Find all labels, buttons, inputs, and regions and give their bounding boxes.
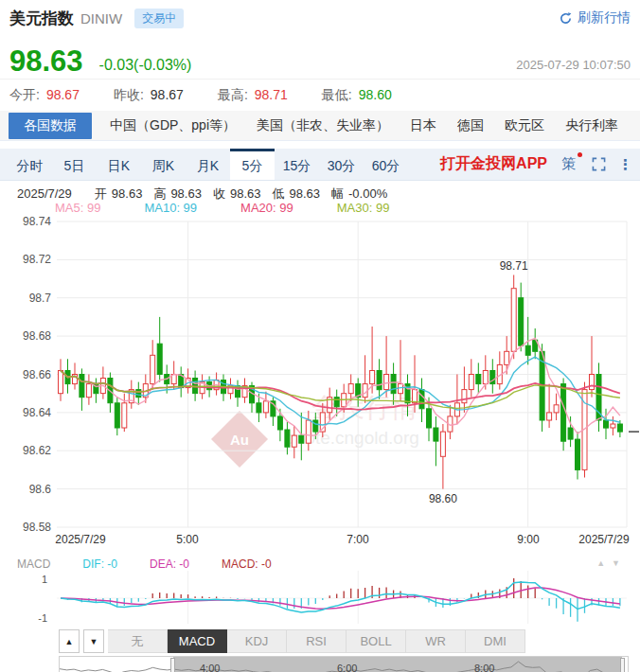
- country-nav-item[interactable]: 欧元区: [505, 117, 544, 134]
- collapse-down-icon[interactable]: ▼: [612, 558, 627, 568]
- country-nav-item[interactable]: 央行利率: [565, 117, 618, 134]
- period-tab[interactable]: 周K: [141, 149, 186, 180]
- ohlc-value: 98.63: [112, 186, 143, 201]
- svg-text:5:00: 5:00: [176, 533, 199, 546]
- indicator-down-button[interactable]: ▼: [83, 629, 104, 653]
- notification-dot: [578, 152, 582, 157]
- macd-grid: [57, 571, 627, 624]
- ohlc-value: -0.00%: [348, 186, 387, 201]
- ma-legend-item: MA20: 99: [240, 201, 293, 215]
- ohlc-info-row: 2025/7/29开98.63高98.63收98.63低98.63幅-0.00%: [0, 181, 640, 201]
- navigator-right-handle[interactable]: [620, 658, 625, 672]
- strategy-button[interactable]: 策: [561, 155, 576, 173]
- refresh-label: 刷新行情: [578, 9, 631, 27]
- ohlc-label: 低: [272, 186, 284, 201]
- trading-status-badge: 交易中: [134, 9, 184, 28]
- fullscreen-button[interactable]: [592, 157, 606, 171]
- country-nav-item[interactable]: 各国数据: [9, 113, 92, 139]
- ma-legend-item: MA30: 99: [337, 201, 390, 215]
- indicator-tab[interactable]: DMI: [466, 629, 525, 653]
- svg-text:Au: Au: [230, 432, 249, 448]
- svg-text:98.64: 98.64: [23, 406, 51, 419]
- svg-text:98.6: 98.6: [29, 483, 52, 496]
- y-axis-labels: 98.7498.7298.798.6898.6698.6498.6298.698…: [23, 216, 51, 534]
- indicator-tab[interactable]: KDJ: [227, 629, 287, 653]
- open-app-link[interactable]: 打开金投网APP: [440, 154, 547, 174]
- indicator-tab-bar: ▲ ▼ 无MACDKDJRSIBOLLWRDMI: [0, 629, 640, 653]
- macd-panel-name: MACD: [17, 557, 50, 571]
- candles: [59, 275, 623, 489]
- stat-value: 98.60: [359, 87, 392, 102]
- navigator-selection[interactable]: [173, 657, 622, 672]
- indicator-tab[interactable]: RSI: [287, 629, 347, 653]
- market-header: 美元指数 DINIW 交易中 刷新行情 98.63 -0.03(-0.03%) …: [0, 0, 640, 79]
- high-annotation: 98.71: [500, 259, 528, 273]
- ohlc-label: 幅: [331, 186, 344, 201]
- ma-legend-item: MA10: 99: [144, 201, 197, 215]
- macd-y-tick-neg: -1: [38, 612, 47, 624]
- stat-item: 昨收:98.67: [114, 87, 184, 104]
- svg-text:2025/7/29: 2025/7/29: [55, 533, 106, 546]
- svg-text:9:00: 9:00: [517, 533, 540, 546]
- stat-value: 98.67: [46, 87, 80, 102]
- period-tab[interactable]: 60分: [364, 149, 408, 180]
- navigator-time-label: 6:00: [337, 663, 357, 672]
- price-chart-svg[interactable]: Au 金投行情 quote.cngold.org98.7498.7298.798…: [0, 216, 640, 553]
- indicator-tab[interactable]: BOLL: [347, 629, 406, 653]
- more-menu-button[interactable]: ⋮: [618, 156, 632, 173]
- svg-text:98.74: 98.74: [23, 216, 51, 228]
- period-tab[interactable]: 月K: [186, 149, 230, 180]
- macd-legend-item: DIF: -0: [82, 557, 117, 571]
- ohlc-value: 98.63: [170, 186, 202, 201]
- period-tab[interactable]: 分时: [8, 149, 52, 180]
- period-tab[interactable]: 5分: [230, 149, 275, 180]
- stat-value: 98.67: [151, 87, 184, 102]
- indicator-tab[interactable]: MACD: [168, 629, 227, 653]
- low-annotation: 98.60: [429, 492, 457, 505]
- navigator-time-label: 4:00: [200, 663, 220, 672]
- stat-label: 昨收:: [114, 87, 144, 102]
- period-tab[interactable]: 15分: [275, 149, 319, 180]
- ohlc-label: 收: [213, 186, 225, 201]
- period-tab[interactable]: 30分: [319, 149, 364, 180]
- svg-text:98.7: 98.7: [29, 292, 52, 305]
- indicator-tab[interactable]: WR: [406, 629, 466, 653]
- svg-text:quote.cngold.org: quote.cngold.org: [285, 428, 419, 448]
- chart-navigator[interactable]: 4:006:008:00: [59, 656, 629, 672]
- stat-label: 最低:: [322, 87, 352, 102]
- navigator-left-handle[interactable]: [170, 658, 175, 672]
- period-tab[interactable]: 日K: [97, 149, 141, 180]
- period-tab[interactable]: 5日: [52, 149, 97, 180]
- ohlc-date: 2025/7/29: [17, 186, 72, 201]
- country-nav-item[interactable]: 中国（GDP、ppi等）: [110, 117, 236, 134]
- country-nav-item[interactable]: 日本: [410, 117, 436, 134]
- macd-legend-item: DEA: -0: [150, 557, 189, 571]
- country-nav-item[interactable]: 美国（非农、失业率）: [257, 117, 389, 134]
- refresh-icon: [559, 11, 573, 26]
- ma-legend-row: MA5: 99MA10: 99MA20: 99MA30: 99: [0, 201, 640, 216]
- macd-histogram: [61, 578, 620, 622]
- country-nav-item[interactable]: 德国: [457, 117, 484, 134]
- country-data-nav: 各国数据中国（GDP、ppi等）美国（非农、失业率）日本德国欧元区央行利率: [0, 111, 640, 141]
- refresh-quotes-button[interactable]: 刷新行情: [559, 9, 631, 27]
- x-axis-labels: 2025/7/295:007:009:002025/7/29: [55, 533, 630, 546]
- panel-collapse-controls[interactable]: ▲▼: [596, 558, 627, 568]
- ohlc-value: 98.63: [289, 186, 320, 201]
- svg-text:7:00: 7:00: [347, 533, 369, 546]
- stat-item: 今开:98.67: [9, 87, 80, 104]
- macd-chart-svg[interactable]: 1-1: [0, 571, 640, 624]
- instrument-symbol: DINIW: [80, 10, 122, 27]
- indicator-tab[interactable]: 无: [108, 629, 168, 653]
- collapse-up-icon[interactable]: ▲: [596, 558, 612, 568]
- macd-y-tick-pos: 1: [42, 574, 47, 585]
- ohlc-label: 高: [153, 186, 166, 201]
- ma-legend-item: MA5: 99: [55, 201, 100, 215]
- stat-label: 今开:: [9, 87, 40, 102]
- macd-legend-item: MACD: -0: [222, 557, 272, 571]
- period-tab-bar: 分时5日日K周K月K5分15分30分60分 打开金投网APP 策 ⋮: [0, 149, 640, 181]
- price-change: -0.03(-0.03%): [99, 57, 192, 76]
- fullscreen-icon: [592, 157, 606, 171]
- indicator-up-button[interactable]: ▲: [59, 629, 80, 653]
- stat-label: 最高:: [218, 87, 248, 102]
- svg-text:98.68: 98.68: [23, 329, 51, 343]
